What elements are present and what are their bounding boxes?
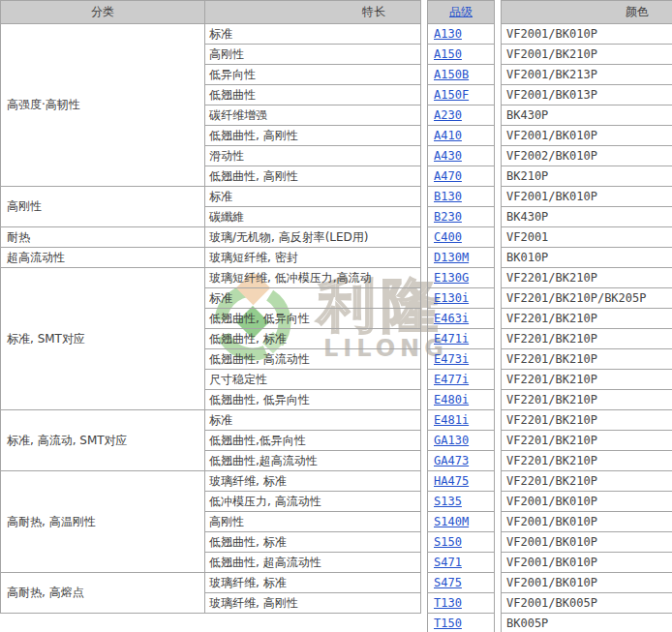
color-cell: VF2001/BK010P — [502, 553, 672, 573]
table-row: VF2002/BK010PV-0 — [502, 146, 672, 166]
table-row: BK430PV-0 — [502, 207, 672, 227]
table-row: VF2001/BK010PV-0 — [502, 126, 672, 146]
grade-link-S471[interactable]: S471 — [434, 556, 462, 569]
grade-link-E130G[interactable]: E130G — [434, 271, 469, 285]
feature-cell: 标准 — [205, 288, 421, 309]
grade-link-S475[interactable]: S475 — [434, 576, 462, 589]
feature-cell: 标准 — [205, 410, 421, 431]
table-row: VF2201/BK210P/BK205PV-0 — [502, 288, 672, 309]
grade-link-C400[interactable]: C400 — [434, 230, 462, 244]
color-column-header: 颜色 — [502, 1, 672, 24]
table-row: VF2201/BK210PV-0 — [502, 451, 672, 471]
grade-link-A150B[interactable]: A150B — [434, 68, 469, 81]
grade-link-A430[interactable]: A430 — [434, 149, 462, 163]
table-row: A150B — [428, 65, 495, 85]
color-cell: VF2001/BK010P — [502, 573, 672, 593]
grade-link-E471i[interactable]: E471i — [434, 332, 469, 346]
color-cell: BK430P — [502, 105, 672, 126]
grade-link-A130[interactable]: A130 — [434, 27, 462, 41]
table-row: A130 — [428, 24, 495, 45]
table-row: VF2001/BK210PV-0 — [502, 45, 672, 65]
grade-link-HA475[interactable]: HA475 — [434, 474, 469, 488]
table-row: VF2201/BK210PV-0 — [502, 471, 672, 492]
table-row: 高强度·高韧性标准 — [1, 24, 421, 45]
grade-link-D130M[interactable]: D130M — [434, 251, 469, 264]
grade-cell: S471 — [428, 553, 495, 573]
color-cell: VF2201/BK210P — [502, 268, 672, 288]
grade-cell: S150 — [428, 532, 495, 553]
grade-link-S135[interactable]: S135 — [434, 495, 462, 508]
table-row: VF2001/BK010PV-0 — [502, 492, 672, 512]
table-row: S150 — [428, 532, 495, 553]
grade-link-E473i[interactable]: E473i — [434, 352, 469, 366]
grade-link-A410[interactable]: A410 — [434, 129, 462, 142]
color-cell: VF2201/BK210P — [502, 329, 672, 349]
grade-link-A230[interactable]: A230 — [434, 108, 462, 122]
grade-cell: E477i — [428, 370, 495, 390]
grade-link-S150[interactable]: S150 — [434, 535, 462, 549]
feature-cell: 低翘曲性, 高流动性 — [205, 349, 421, 370]
grade-link-T130[interactable]: T130 — [434, 596, 462, 610]
grade-link-E481i[interactable]: E481i — [434, 413, 469, 427]
grade-cell: E471i — [428, 329, 495, 349]
grade-link-T150[interactable]: T150 — [434, 617, 462, 630]
table-row: VF2201/BK210PV-0 — [502, 410, 672, 431]
color-cell: VF2001/BK213P — [502, 65, 672, 85]
grade-link-E130i[interactable]: E130i — [434, 291, 469, 305]
feature-cell: 高刚性 — [205, 512, 421, 532]
materials-grade-table-page: 利隆 LILONG 分类 特长 高强度·高韧性标准高刚性低异向性低翘曲性碳纤维增… — [0, 0, 672, 632]
feature-cell: 标准 — [205, 24, 421, 45]
grade-cell: D130M — [428, 248, 495, 268]
feature-cell: 低翘曲性, 高刚性 — [205, 126, 421, 146]
grade-link-B230[interactable]: B230 — [434, 210, 462, 224]
grade-cell: E130i — [428, 288, 495, 309]
feature-cell: 碳纤维增强 — [205, 105, 421, 126]
table-row: BK010PV-0 — [502, 248, 672, 268]
table-row: S471 — [428, 553, 495, 573]
grade-link-B130[interactable]: B130 — [434, 190, 462, 203]
feature-cell: 高刚性 — [205, 45, 421, 65]
grade-column-header: 品级 — [428, 1, 495, 24]
grade-link-A150[interactable]: A150 — [434, 47, 462, 61]
table-row: VF2201/BK210PV-0 — [502, 329, 672, 349]
table-row: 高刚性标准 — [1, 187, 421, 207]
grade-link-A470[interactable]: A470 — [434, 169, 462, 183]
color-cell: VF2001/BK013P — [502, 85, 672, 105]
table-row: VF2001/BK010PV-0 — [502, 24, 672, 45]
feature-cell: 尺寸稳定性 — [205, 370, 421, 390]
grade-cell: A230 — [428, 105, 495, 126]
grade-column-header-link[interactable]: 品级 — [449, 5, 473, 18]
grade-cell: HA475 — [428, 471, 495, 492]
grade-cell: A430 — [428, 146, 495, 166]
table-row: 高耐热, 高熔点玻璃纤维, 标准 — [1, 573, 421, 593]
grade-link-E463i[interactable]: E463i — [434, 312, 469, 325]
table-row: 高耐热, 高温刚性玻璃纤维, 标准 — [1, 471, 421, 492]
table-row: VF2001/BK213PV-0 — [502, 65, 672, 85]
grade-link-E480i[interactable]: E480i — [434, 393, 469, 406]
feature-cell: 低翘曲性 — [205, 85, 421, 105]
feature-cell: 玻璃纤维, 标准 — [205, 471, 421, 492]
table-row: E130G — [428, 268, 495, 288]
grade-cell: B230 — [428, 207, 495, 227]
feature-cell: 标准 — [205, 187, 421, 207]
table-row: A430 — [428, 146, 495, 166]
table-columns-container: 分类 特长 高强度·高韧性标准高刚性低异向性低翘曲性碳纤维增强低翘曲性, 高刚性… — [0, 0, 672, 632]
grade-cell: B130 — [428, 187, 495, 207]
feature-cell: 玻璃纤维, 高刚性 — [205, 593, 421, 614]
category-cell: 高刚性 — [1, 187, 205, 227]
feature-cell: 碳纖維 — [205, 207, 421, 227]
grade-link-A150F[interactable]: A150F — [434, 88, 469, 102]
grade-link-GA130[interactable]: GA130 — [434, 434, 469, 447]
feature-cell: 低翘曲性, 标准 — [205, 532, 421, 553]
grade-cell: A150 — [428, 45, 495, 65]
table-row: S135 — [428, 492, 495, 512]
table-row: 标准, 高流动, SMT对应标准 — [1, 410, 421, 431]
color-cell: VF2201/BK210P — [502, 370, 672, 390]
table-row: VF2001/BK010PV-0 — [502, 532, 672, 553]
table-row: S140M — [428, 512, 495, 532]
grade-link-GA473[interactable]: GA473 — [434, 454, 469, 467]
grade-link-E477i[interactable]: E477i — [434, 373, 469, 386]
table-row: VF2201/BK210PV-0 — [502, 390, 672, 410]
grade-link-S140M[interactable]: S140M — [434, 515, 469, 528]
table-row: VF2001/BK010PV-0 — [502, 187, 672, 207]
